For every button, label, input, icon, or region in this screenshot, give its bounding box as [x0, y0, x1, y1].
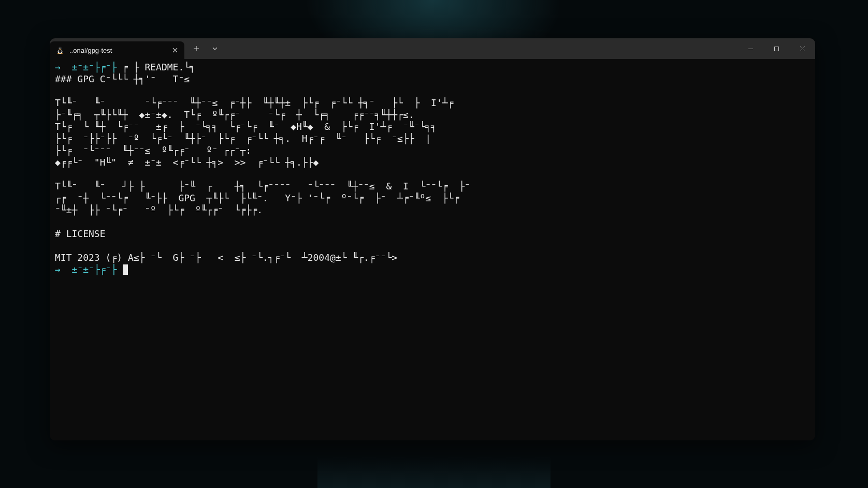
terminal-content[interactable]: → ±⁻±⁻├╒⁻├ ╒ ├ README.└╕ ### GPG C⁻└└└ ┼… [50, 59, 815, 440]
prompt-arrow: → [55, 264, 61, 275]
maximize-button[interactable] [763, 38, 789, 59]
prompt-path: ±⁻±⁻├╒⁻├ [72, 264, 117, 275]
svg-point-2 [59, 50, 62, 53]
svg-point-6 [61, 53, 63, 54]
svg-point-4 [61, 48, 62, 49]
close-window-button[interactable] [789, 38, 815, 59]
background-bottom [317, 457, 551, 488]
window-controls [737, 38, 815, 59]
output-line: ├└╒ ⁻└⁻⁻⁻ ╙┼⁻⁻≤ º╙┌╒⁻ º⁻ ┌┌⁻┬: [55, 145, 251, 156]
tab-actions [184, 38, 227, 59]
output-line: ├└╒ ⁻├├⁻├├ ⁻º └╒└⁻ ╙┼├⁻ ├└╒ ╒⁻└└ ┼╕. H╒⁻… [55, 133, 431, 144]
titlebar[interactable]: ..onal/gpg-test [50, 38, 815, 59]
output-line: # LICENSE [55, 228, 106, 239]
new-tab-button[interactable] [187, 41, 205, 56]
output-line: T└╙⁻ ╙⁻ ⁻└╒⁻⁻⁻ ╙┼⁻⁻≤ ╒⁻┼├ ╙┼╙┼± ├└╒ ╒⁻└└… [55, 97, 453, 108]
output-line: T└╙⁻ ╙⁻ ┘├ ├ ├⁻╙ ┌ ┼╕ └╒⁻⁻⁻⁻ ⁻└⁻⁻⁻ ╙┼⁻⁻≤… [55, 181, 470, 191]
output-line: ⁻╙±┼ ├├ ⁻└╒⁻ ⁻º ├└╒ º╙┌╒⁻ └╒├╒. [55, 204, 263, 215]
svg-rect-7 [774, 47, 778, 51]
tab-title: ..onal/gpg-test [69, 47, 165, 54]
terminal-window: ..onal/gpg-test → [50, 38, 815, 440]
terminal-tab[interactable]: ..onal/gpg-test [50, 41, 184, 59]
tab-close-button[interactable] [170, 45, 180, 55]
svg-point-5 [57, 53, 60, 54]
tab-dropdown-button[interactable] [206, 41, 224, 56]
output-line: MIT 2023 (╒) A≤├ ⁻└ G├ ⁻├ < ≤├ ⁻└.┐╒⁻└ ┴… [55, 252, 397, 263]
output-line: ◆╒╒└⁻ "H╙" ≠ ±⁻± <╒⁻└└ ┼╕> >> ╒⁻└└ ┼╕.├├… [55, 157, 319, 168]
svg-point-3 [59, 48, 60, 49]
prompt-arrow: → [55, 62, 61, 72]
output-line: ┌╒ ⁻┼ └⁻⁻└╒ ╙⁻├├ GPG ┬╙├└ ├└╙⁻. Y⁻├ '⁻└╒… [55, 193, 459, 203]
command-text: ╒ ├ README.└╕ [122, 62, 195, 72]
minimize-button[interactable] [737, 38, 763, 59]
output-line: ├⁻╙╒╕ ┬╙├└╙┼ ◆±⁻±◆. T└╒ º╙┌╒⁻ ⁻└╒ ┼ └╒╕ … [55, 109, 414, 120]
output-line: T└╒ └ ╙┼ └╒⁻⁻ ±╒ ├ ⁻└╕╕ └╒⁻└╒ ╙⁻ ◆H╙◆ & … [55, 121, 437, 132]
tux-icon [56, 46, 64, 54]
prompt-path: ±⁻±⁻├╒⁻├ [72, 62, 117, 72]
output-line: ### GPG C⁻└└└ ┼╕'⁻ T⁻≤ [55, 73, 190, 84]
cursor [123, 264, 128, 275]
